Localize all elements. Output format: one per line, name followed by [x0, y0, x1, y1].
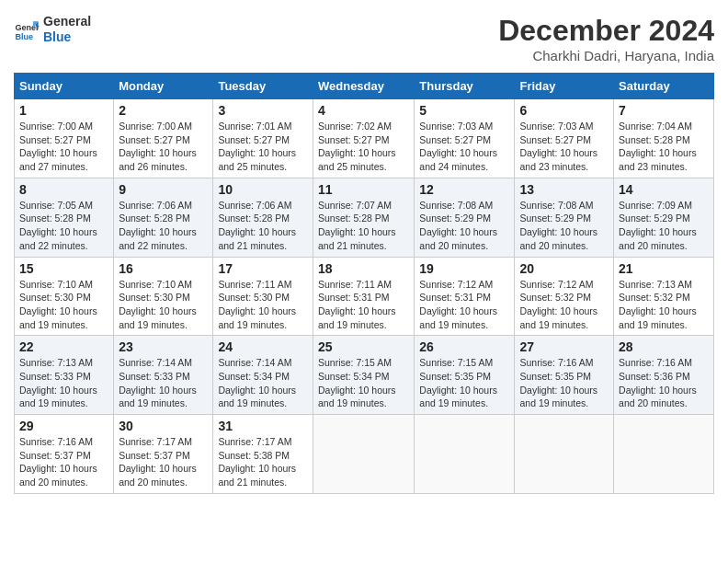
calendar-cell: 20Sunrise: 7:12 AMSunset: 5:32 PMDayligh… [515, 257, 614, 336]
day-number: 20 [519, 261, 609, 276]
calendar-cell [415, 415, 515, 494]
day-info: Sunrise: 7:01 AMSunset: 5:27 PMDaylight:… [218, 120, 308, 174]
day-info: Sunrise: 7:11 AMSunset: 5:30 PMDaylight:… [218, 278, 308, 332]
day-number: 22 [19, 339, 108, 354]
calendar-cell: 24Sunrise: 7:14 AMSunset: 5:34 PMDayligh… [213, 336, 313, 415]
calendar-cell: 18Sunrise: 7:11 AMSunset: 5:31 PMDayligh… [313, 257, 414, 336]
day-number: 8 [19, 182, 108, 197]
header-friday: Friday [515, 74, 614, 99]
calendar-week-5: 29Sunrise: 7:16 AMSunset: 5:37 PMDayligh… [15, 415, 714, 494]
day-number: 1 [19, 103, 108, 118]
header-thursday: Thursday [415, 74, 515, 99]
day-info: Sunrise: 7:02 AMSunset: 5:27 PMDaylight:… [318, 120, 409, 174]
header-sunday: Sunday [15, 74, 114, 99]
location-title: Charkhi Dadri, Haryana, India [498, 48, 714, 63]
day-info: Sunrise: 7:04 AMSunset: 5:28 PMDaylight:… [619, 120, 709, 174]
day-number: 4 [318, 103, 409, 118]
day-number: 6 [519, 103, 609, 118]
day-info: Sunrise: 7:10 AMSunset: 5:30 PMDaylight:… [119, 278, 208, 332]
day-number: 13 [519, 182, 609, 197]
calendar-cell: 31Sunrise: 7:17 AMSunset: 5:38 PMDayligh… [213, 415, 313, 494]
day-info: Sunrise: 7:08 AMSunset: 5:29 PMDaylight:… [519, 199, 609, 253]
calendar-cell: 3Sunrise: 7:01 AMSunset: 5:27 PMDaylight… [213, 99, 313, 178]
day-number: 3 [218, 103, 308, 118]
calendar-week-2: 8Sunrise: 7:05 AMSunset: 5:28 PMDaylight… [15, 178, 714, 257]
day-info: Sunrise: 7:00 AMSunset: 5:27 PMDaylight:… [119, 120, 208, 174]
day-info: Sunrise: 7:08 AMSunset: 5:29 PMDaylight:… [419, 199, 509, 253]
calendar-week-1: 1Sunrise: 7:00 AMSunset: 5:27 PMDaylight… [15, 99, 714, 178]
day-number: 29 [19, 419, 108, 433]
day-number: 25 [318, 339, 409, 354]
calendar-body: 1Sunrise: 7:00 AMSunset: 5:27 PMDaylight… [15, 99, 714, 494]
calendar-cell: 7Sunrise: 7:04 AMSunset: 5:28 PMDaylight… [614, 99, 714, 178]
day-info: Sunrise: 7:17 AMSunset: 5:37 PMDaylight:… [119, 435, 208, 489]
day-info: Sunrise: 7:13 AMSunset: 5:33 PMDaylight:… [19, 356, 108, 410]
day-info: Sunrise: 7:03 AMSunset: 5:27 PMDaylight:… [419, 120, 509, 174]
day-info: Sunrise: 7:13 AMSunset: 5:32 PMDaylight:… [619, 278, 709, 332]
day-number: 26 [419, 339, 509, 354]
day-info: Sunrise: 7:07 AMSunset: 5:28 PMDaylight:… [318, 199, 409, 253]
calendar-cell: 23Sunrise: 7:14 AMSunset: 5:33 PMDayligh… [114, 336, 213, 415]
calendar-cell [614, 415, 714, 494]
day-number: 7 [619, 103, 709, 118]
day-number: 2 [119, 103, 208, 118]
svg-text:Blue: Blue [15, 31, 33, 40]
calendar-cell: 8Sunrise: 7:05 AMSunset: 5:28 PMDaylight… [15, 178, 114, 257]
day-info: Sunrise: 7:00 AMSunset: 5:27 PMDaylight:… [19, 120, 108, 174]
calendar-cell [313, 415, 414, 494]
day-info: Sunrise: 7:09 AMSunset: 5:29 PMDaylight:… [619, 199, 709, 253]
header-monday: Monday [114, 74, 213, 99]
day-number: 14 [619, 182, 709, 197]
day-number: 19 [419, 261, 509, 276]
day-number: 21 [619, 261, 709, 276]
calendar-header-row: SundayMondayTuesdayWednesdayThursdayFrid… [15, 74, 714, 99]
day-number: 17 [218, 261, 308, 276]
logo-line1: General [43, 14, 91, 29]
calendar-cell [515, 415, 614, 494]
day-number: 28 [619, 339, 709, 354]
day-info: Sunrise: 7:14 AMSunset: 5:34 PMDaylight:… [218, 356, 308, 410]
day-info: Sunrise: 7:03 AMSunset: 5:27 PMDaylight:… [519, 120, 609, 174]
day-info: Sunrise: 7:16 AMSunset: 5:35 PMDaylight:… [519, 356, 609, 410]
day-number: 15 [19, 261, 108, 276]
calendar-cell: 6Sunrise: 7:03 AMSunset: 5:27 PMDaylight… [515, 99, 614, 178]
day-info: Sunrise: 7:06 AMSunset: 5:28 PMDaylight:… [119, 199, 208, 253]
header: General Blue General Blue December 2024 … [14, 14, 714, 63]
logo-icon: General Blue [14, 17, 40, 42]
day-info: Sunrise: 7:14 AMSunset: 5:33 PMDaylight:… [119, 356, 208, 410]
calendar-cell: 14Sunrise: 7:09 AMSunset: 5:29 PMDayligh… [614, 178, 714, 257]
calendar-cell: 5Sunrise: 7:03 AMSunset: 5:27 PMDaylight… [415, 99, 515, 178]
calendar-cell: 22Sunrise: 7:13 AMSunset: 5:33 PMDayligh… [15, 336, 114, 415]
header-wednesday: Wednesday [313, 74, 414, 99]
day-number: 23 [119, 339, 208, 354]
calendar-cell: 28Sunrise: 7:16 AMSunset: 5:36 PMDayligh… [614, 336, 714, 415]
header-tuesday: Tuesday [213, 74, 313, 99]
calendar-cell: 29Sunrise: 7:16 AMSunset: 5:37 PMDayligh… [15, 415, 114, 494]
title-area: December 2024 Charkhi Dadri, Haryana, In… [498, 14, 714, 63]
day-info: Sunrise: 7:11 AMSunset: 5:31 PMDaylight:… [318, 278, 409, 332]
calendar-cell: 1Sunrise: 7:00 AMSunset: 5:27 PMDaylight… [15, 99, 114, 178]
day-info: Sunrise: 7:06 AMSunset: 5:28 PMDaylight:… [218, 199, 308, 253]
calendar-cell: 13Sunrise: 7:08 AMSunset: 5:29 PMDayligh… [515, 178, 614, 257]
calendar-cell: 9Sunrise: 7:06 AMSunset: 5:28 PMDaylight… [114, 178, 213, 257]
logo-line2: Blue [43, 29, 91, 45]
calendar-cell: 2Sunrise: 7:00 AMSunset: 5:27 PMDaylight… [114, 99, 213, 178]
day-info: Sunrise: 7:05 AMSunset: 5:28 PMDaylight:… [19, 199, 108, 253]
calendar-cell: 4Sunrise: 7:02 AMSunset: 5:27 PMDaylight… [313, 99, 414, 178]
day-number: 12 [419, 182, 509, 197]
calendar-cell: 27Sunrise: 7:16 AMSunset: 5:35 PMDayligh… [515, 336, 614, 415]
calendar-table: SundayMondayTuesdayWednesdayThursdayFrid… [14, 73, 714, 494]
calendar-cell: 12Sunrise: 7:08 AMSunset: 5:29 PMDayligh… [415, 178, 515, 257]
calendar-cell: 19Sunrise: 7:12 AMSunset: 5:31 PMDayligh… [415, 257, 515, 336]
calendar-cell: 16Sunrise: 7:10 AMSunset: 5:30 PMDayligh… [114, 257, 213, 336]
calendar-cell: 10Sunrise: 7:06 AMSunset: 5:28 PMDayligh… [213, 178, 313, 257]
calendar-cell: 11Sunrise: 7:07 AMSunset: 5:28 PMDayligh… [313, 178, 414, 257]
calendar-cell: 15Sunrise: 7:10 AMSunset: 5:30 PMDayligh… [15, 257, 114, 336]
day-number: 18 [318, 261, 409, 276]
day-info: Sunrise: 7:15 AMSunset: 5:34 PMDaylight:… [318, 356, 409, 410]
calendar-week-4: 22Sunrise: 7:13 AMSunset: 5:33 PMDayligh… [15, 336, 714, 415]
calendar-cell: 21Sunrise: 7:13 AMSunset: 5:32 PMDayligh… [614, 257, 714, 336]
month-title: December 2024 [498, 14, 714, 48]
calendar-cell: 25Sunrise: 7:15 AMSunset: 5:34 PMDayligh… [313, 336, 414, 415]
day-info: Sunrise: 7:10 AMSunset: 5:30 PMDaylight:… [19, 278, 108, 332]
